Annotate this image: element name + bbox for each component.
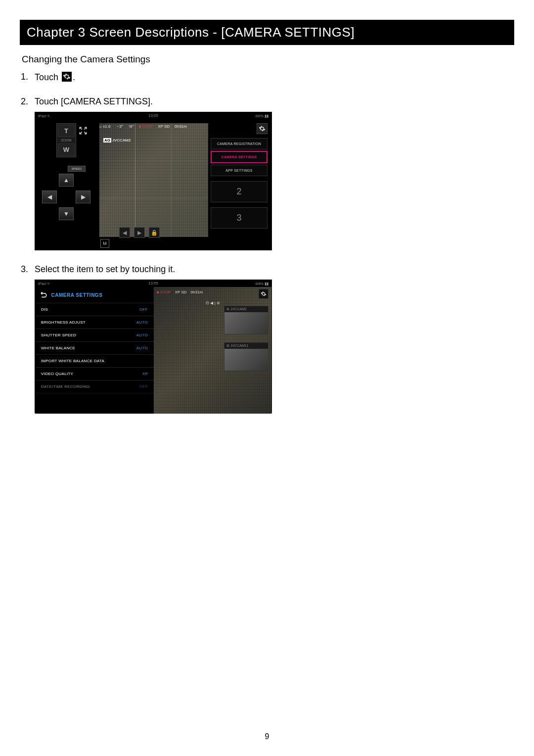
setting-label: VIDEO QUALITY (41, 372, 73, 376)
pan-left-button[interactable]: ◀ (42, 190, 57, 203)
setting-value: AUTO (136, 346, 148, 350)
lock-button[interactable]: 🔒 (149, 227, 160, 238)
pan-right-button[interactable]: ▶ (76, 190, 90, 203)
setting-label: DIS (41, 307, 48, 312)
setting-import-wb[interactable]: IMPORT WHITE BALANCE DATA (35, 355, 154, 368)
section-title: Changing the Camera Settings (22, 54, 514, 65)
info-time: 0h31m (175, 124, 186, 129)
status-battery-2: 84% ▮▮ (256, 282, 268, 286)
pan-up-button[interactable]: ▲ (59, 174, 74, 187)
camera-name: JVCCAM2 (112, 138, 131, 142)
step-2: Touch [CAMERA SETTINGS]. iPad ᯤ 13:55 89… (35, 96, 514, 250)
thumb-image (224, 349, 268, 371)
next-button[interactable]: ▶ (134, 227, 145, 238)
settings-list: DIS OFF BRIGHTNESS ADJUST AUTO SHUTTER S… (35, 303, 154, 393)
status-left-2: iPad ᯤ (38, 282, 51, 286)
status-time: 13:55 (148, 113, 158, 118)
setting-label: IMPORT WHITE BALANCE DATA (41, 359, 104, 363)
prev-button[interactable]: ◀ (119, 227, 130, 238)
info-tilt: ↑6° (128, 124, 134, 129)
camera-thumb-1[interactable]: ⊞ JVCCAM2 (224, 306, 268, 334)
setting-value: XP (142, 372, 148, 376)
setting-video-quality[interactable]: VIDEO QUALITY XP (35, 368, 154, 380)
setting-white-balance[interactable]: WHITE BALANCE AUTO (35, 342, 154, 355)
status-left: iPad ᯤ (38, 114, 51, 118)
thumb-label: ⊞ JVCCAM2 (224, 306, 268, 312)
info-zoom: ⌕ x1.0 (99, 124, 110, 129)
pan-down-button[interactable]: ▼ (59, 207, 74, 220)
speed-button[interactable]: SPEED (68, 166, 86, 172)
menu-camera-settings[interactable]: CAMERA SETTINGS (211, 151, 267, 163)
gear-icon (62, 72, 72, 82)
setting-value: AUTO (136, 320, 148, 325)
back-icon[interactable]: ⮌ (40, 291, 47, 299)
setting-datetime[interactable]: DATE/TIME RECORDING OFF (35, 380, 154, 393)
focus-expand-icon[interactable] (79, 126, 88, 135)
info-stop-2: ■ STOP (157, 290, 171, 294)
thumb-image (224, 312, 268, 334)
screenshot-camera-settings-menu: iPad ᯤ 13:55 89% ▮▮ T ZOOM W SPEED (35, 112, 272, 250)
setting-value: OFF (139, 384, 148, 389)
step-3-text: Select the item to set by touching it. (35, 264, 175, 274)
chapter-header: Chapter 3 Screen Descriptions - [CAMERA … (20, 20, 514, 45)
status-battery: 89% ▮▮ (256, 114, 268, 118)
menu-camera-registration[interactable]: CAMERA REGISTRATION (211, 138, 267, 149)
preset-slot-2[interactable]: 2 (211, 181, 267, 202)
setting-shutter[interactable]: SHUTTER SPEED AUTO (35, 329, 154, 342)
preview-mini-controls[interactable]: ⊡ ◀ | ⊕ (206, 301, 220, 305)
gear-button-2[interactable] (259, 289, 268, 299)
thumb-label: ⊞ JVCCAM11 (224, 343, 268, 349)
preview-info-bar: ■ STOP XP SD 0h31m (157, 290, 203, 294)
camera-info-bar: ⌕ x1.0 →3° ↑6° ■ STOP XP SD 0h31m (99, 124, 187, 129)
info-time-2: 0h31m (191, 290, 203, 294)
mode-icon[interactable]: M (100, 239, 109, 248)
setting-dis[interactable]: DIS OFF (35, 303, 154, 316)
playback-controls: ◀ ▶ 🔒 (119, 227, 160, 238)
info-stop: ■ STOP (139, 124, 153, 129)
zoom-wide-button[interactable]: W (58, 143, 75, 156)
zoom-label: ZOOM (57, 138, 76, 142)
camera-name-overlay: AGJVCCAM2 (103, 138, 131, 142)
page-number: 9 (265, 732, 269, 741)
setting-value: OFF (139, 307, 148, 312)
screenshot-settings-list: iPad ᯤ 13:55 84% ▮▮ ⮌ CAMERA SETTINGS DI… (35, 280, 272, 413)
setting-label: BRIGHTNESS ADJUST (41, 320, 86, 325)
setting-value: AUTO (136, 333, 148, 337)
step-1: Touch . (35, 72, 514, 83)
setting-label: SHUTTER SPEED (41, 333, 76, 337)
camera-thumb-2[interactable]: ⊞ JVCCAM11 (224, 342, 268, 371)
info-format: XP SD (158, 124, 170, 129)
setting-label: DATE/TIME RECORDING (41, 384, 90, 389)
setting-label: WHITE BALANCE (41, 346, 75, 350)
menu-app-settings[interactable]: APP SETTINGS (211, 165, 267, 176)
settings-header: ⮌ CAMERA SETTINGS (35, 287, 154, 303)
step-1-tail: . (73, 72, 75, 82)
step-3: Select the item to set by touching it. i… (35, 264, 514, 413)
settings-header-title: CAMERA SETTINGS (51, 292, 103, 298)
preset-slot-3[interactable]: 3 (211, 207, 267, 229)
setting-brightness[interactable]: BRIGHTNESS ADJUST AUTO (35, 316, 154, 329)
zoom-tele-button[interactable]: T (58, 125, 75, 137)
dpad: ▲ ◀ ▶ ▼ (39, 174, 93, 223)
info-pan: →3° (115, 124, 123, 129)
step-1-text: Touch (35, 72, 61, 82)
info-format-2: XP SD (175, 290, 187, 294)
camera-tag: AG (103, 138, 111, 142)
step-2-text: Touch [CAMERA SETTINGS]. (35, 96, 153, 106)
status-time-2: 13:55 (148, 281, 158, 285)
gear-button[interactable] (257, 123, 267, 134)
